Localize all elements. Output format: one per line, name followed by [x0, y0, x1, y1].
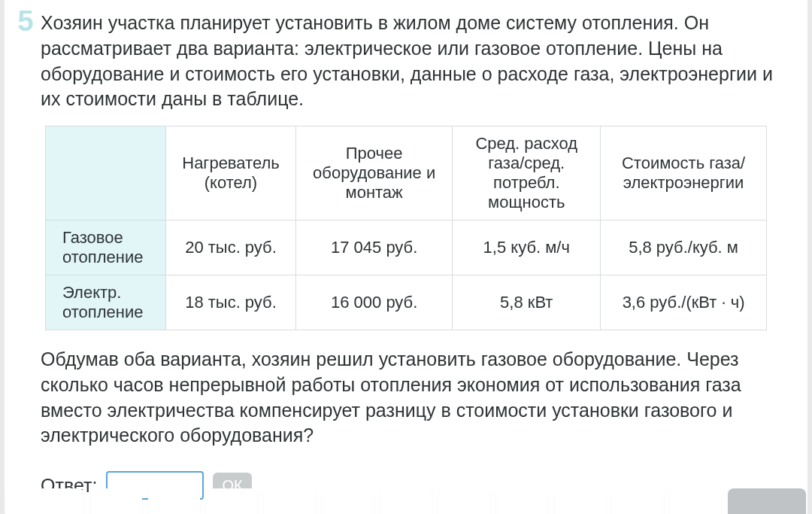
table-cell: 3,6 руб./(кВт · ч) [601, 275, 767, 330]
prompt-text: Хозяин участка планирует установить в жи… [41, 11, 774, 112]
keyboard-key[interactable] [380, 488, 432, 514]
col-header: Прочее оборудование и монтаж [295, 126, 452, 221]
question-number-badge: 5 [9, 5, 42, 38]
question-card: 5 Хозяин участка планирует установить в … [5, 0, 807, 514]
col-header: Сред. расход газа/сред. потребл. мощност… [453, 126, 601, 221]
table-cell: 16 000 руб. [295, 275, 452, 330]
row-label: Электр. отопление [46, 275, 166, 330]
keyboard-key[interactable] [670, 488, 722, 514]
data-table: Нагреватель (котел) Прочее оборудование … [45, 126, 767, 330]
keyboard-key[interactable] [90, 488, 142, 514]
keyboard-key[interactable] [612, 488, 664, 514]
table-header-row: Нагреватель (котел) Прочее оборудование … [46, 126, 767, 221]
keyboard-key[interactable] [148, 488, 200, 514]
table-cell: 20 тыс. руб. [166, 221, 296, 275]
row-label: Газовое отопление [46, 221, 166, 275]
onscreen-keyboard [0, 481, 812, 514]
keyboard-key[interactable] [438, 488, 490, 514]
table-cell: 5,8 кВт [453, 275, 601, 330]
keyboard-key[interactable] [264, 488, 316, 514]
keyboard-key[interactable] [322, 488, 374, 514]
table-row: Электр. отопление 18 тыс. руб. 16 000 ру… [46, 275, 767, 330]
keyboard-key[interactable] [554, 488, 606, 514]
table-cell: 1,5 куб. м/ч [453, 221, 601, 275]
table-cell: 18 тыс. руб. [166, 275, 296, 330]
table-row: Газовое отопление 20 тыс. руб. 17 045 ру… [46, 221, 767, 275]
keyboard-key[interactable] [6, 488, 84, 514]
table-cell: 17 045 руб. [295, 221, 452, 275]
col-header: Нагреватель (котел) [166, 126, 296, 221]
keyboard-key-backspace[interactable] [728, 488, 806, 514]
table-corner-cell [46, 126, 166, 221]
table-cell: 5,8 руб./куб. м [601, 221, 767, 275]
keyboard-key[interactable] [496, 488, 548, 514]
question-text: Обдумав оба варианта, хозяин решил устан… [41, 347, 774, 449]
col-header: Стоимость газа/электроэнергии [601, 126, 767, 221]
keyboard-key[interactable] [206, 488, 258, 514]
